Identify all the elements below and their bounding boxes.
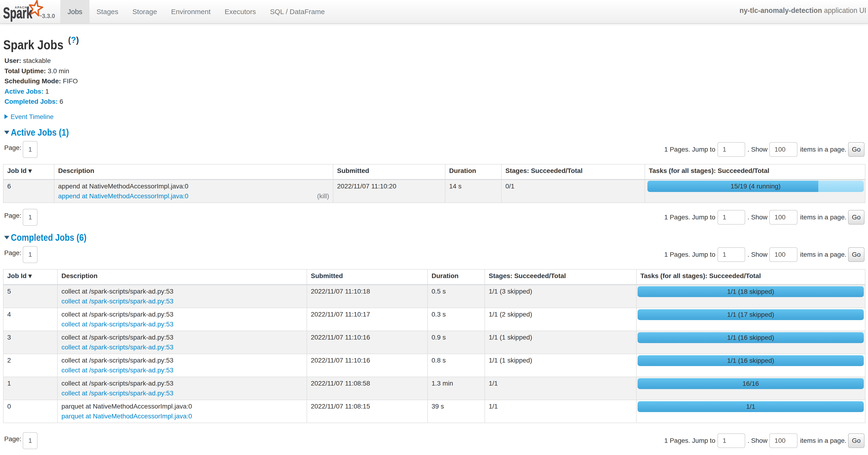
svg-text:Spark: Spark [3,4,32,22]
svg-text:™: ™ [39,15,42,18]
